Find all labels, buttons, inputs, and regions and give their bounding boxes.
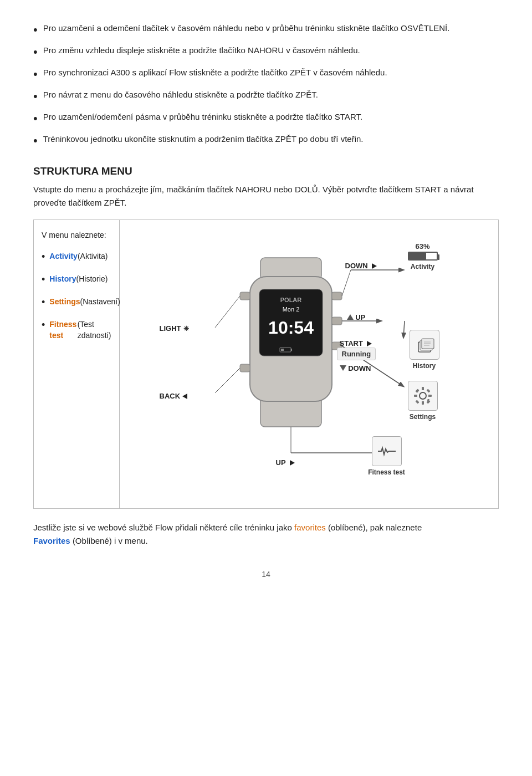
heartbeat-icon [377, 441, 397, 461]
page-number: 14 [33, 570, 499, 579]
battery-fill [409, 253, 427, 259]
bullet-item-5: Pro uzamčení/odemčení pásma v průběhu tr… [33, 111, 499, 127]
menu-item-activity: Activity(Aktivita) [42, 251, 111, 264]
footer-text: Jestliže jste si ve webové službě Flow p… [33, 521, 499, 548]
svg-rect-8 [281, 349, 284, 351]
svg-rect-12 [332, 292, 342, 300]
fitness-icon-box: Fitness test [365, 436, 409, 476]
favorites-link-1[interactable]: favorites [294, 523, 326, 532]
svg-text:10:54: 10:54 [268, 318, 314, 338]
svg-line-15 [215, 296, 240, 328]
up-triangle-icon [347, 314, 354, 320]
history-papers-icon [414, 334, 435, 355]
star-icon: ✳ [183, 325, 189, 333]
back-label: BACK [160, 392, 190, 400]
bullet-list: Pro uzamčení a odemčení tlačítek v časov… [33, 22, 499, 150]
fitness-suffix: (Test zdatnosti) [78, 319, 111, 341]
bullet-item-3: Pro synchronizaci A300 s aplikací Flow s… [33, 67, 499, 83]
section-heading: STRUKTURA MENU [33, 165, 499, 177]
settings-icon-box: Settings [401, 381, 445, 421]
svg-text:Mon 2: Mon 2 [282, 306, 299, 313]
fitness-link[interactable]: Fitness test [49, 319, 77, 341]
back-arrow-icon [182, 394, 187, 399]
activity-icon-box: 63% Activity [401, 242, 445, 270]
svg-rect-39 [426, 400, 430, 404]
svg-rect-32 [422, 387, 424, 390]
history-link[interactable]: History [49, 274, 76, 285]
running-label: Running [337, 348, 376, 360]
activity-suffix: (Aktivita) [78, 251, 108, 262]
svg-rect-10 [240, 292, 250, 300]
svg-rect-38 [415, 400, 419, 404]
up-bottom-label: UP [276, 458, 295, 467]
start-arrow-icon [367, 341, 372, 346]
diagram-container: V menu naleznete: Activity(Aktivita) His… [33, 219, 499, 509]
svg-rect-11 [240, 364, 250, 372]
svg-rect-36 [415, 389, 419, 392]
down-right-label: DOWN [340, 364, 371, 372]
menu-item-settings: Settings (Nastavení) [42, 297, 111, 309]
svg-line-17 [342, 270, 351, 296]
menu-col-label: V menu naleznete: [42, 230, 111, 241]
svg-text:POLAR: POLAR [280, 297, 301, 303]
fitness-icon-label: Fitness test [365, 468, 409, 476]
menu-items-list: Activity(Aktivita) History(Historie) Set… [42, 251, 111, 341]
down-arrow-icon [372, 263, 377, 269]
svg-rect-37 [426, 389, 430, 392]
menu-item-fitness: Fitness test (Test zdatnosti) [42, 319, 111, 341]
favorites-link-2[interactable]: Favorites [33, 536, 70, 545]
down-triangle-icon [340, 365, 346, 371]
svg-point-31 [420, 392, 426, 399]
diagram-main: POLAR Mon 2 10:54 [120, 220, 498, 508]
menu-item-history: History(Historie) [42, 274, 111, 287]
intro-paragraph: Vstupte do menu a procházejte jím, mačká… [33, 183, 499, 210]
up2-arrow-icon [290, 460, 295, 466]
activity-link[interactable]: Activity [49, 251, 78, 262]
gear-icon [413, 386, 433, 406]
activity-battery [408, 252, 438, 261]
bullet-item-1: Pro uzamčení a odemčení tlačítek v časov… [33, 22, 499, 39]
bullet-item-4: Pro návrat z menu do časového náhledu st… [33, 89, 499, 105]
svg-rect-9 [291, 349, 292, 351]
settings-link[interactable]: Settings [49, 297, 80, 308]
bullet-item-6: Tréninkovou jednotku ukončíte stisknutím… [33, 133, 499, 150]
light-label: LIGHT ✳ [160, 324, 189, 333]
svg-rect-33 [422, 401, 424, 405]
bullet-item-2: Pro změnu vzhledu displeje stiskněte a p… [33, 44, 499, 61]
watch-area: POLAR Mon 2 10:54 [154, 231, 464, 497]
svg-line-16 [215, 368, 240, 393]
history-icon-label: History [402, 362, 447, 370]
down-top-label: DOWN [345, 262, 377, 270]
svg-rect-13 [332, 317, 342, 325]
activity-percentage: 63% [401, 242, 445, 251]
settings-icon [408, 381, 438, 411]
activity-icon-label: Activity [401, 263, 445, 270]
history-suffix: (Historie) [76, 274, 108, 285]
settings-icon-label: Settings [401, 413, 445, 421]
fitness-icon [372, 436, 402, 466]
settings-suffix: (Nastavení) [80, 297, 120, 308]
history-icon [410, 330, 439, 360]
menu-list-column: V menu naleznete: Activity(Aktivita) His… [34, 220, 120, 508]
start-label: START [340, 339, 372, 348]
history-icon-box: History [402, 330, 447, 370]
up-label: UP [347, 313, 366, 321]
svg-rect-35 [428, 395, 432, 397]
svg-rect-34 [414, 395, 417, 397]
